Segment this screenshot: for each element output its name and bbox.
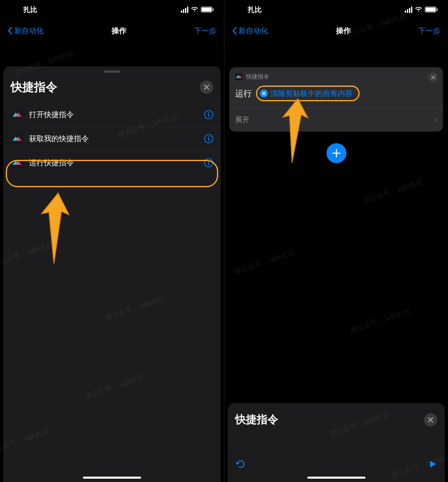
mini-sheet-title: 快捷指令 xyxy=(235,412,278,427)
status-right xyxy=(405,7,436,13)
watermark: @公众号：JaBi扎比 xyxy=(349,306,412,335)
expand-label: 展开 xyxy=(235,115,249,125)
run-prefix: 运行 xyxy=(235,88,252,99)
row-label: 获取我的快捷指令 xyxy=(29,134,198,144)
home-indicator[interactable] xyxy=(83,477,141,479)
phone-right: 扎比 新自动化 操作 下一步 快捷指令 运行 清除剪贴板中 xyxy=(224,0,448,482)
row-run-shortcut[interactable]: 运行快捷指令 xyxy=(3,151,221,175)
next-button[interactable]: 下一步 xyxy=(418,26,441,36)
row-label: 打开快捷指令 xyxy=(29,110,198,120)
signal-icon xyxy=(405,7,412,13)
row-label: 运行快捷指令 xyxy=(29,158,198,168)
nav-bar: 新自动化 操作 下一步 xyxy=(224,19,448,42)
sheet-grabber[interactable] xyxy=(104,71,120,73)
back-label: 新自动化 xyxy=(239,26,268,36)
info-icon[interactable] xyxy=(204,134,213,143)
status-bar: 扎比 xyxy=(0,0,224,19)
undo-icon[interactable] xyxy=(235,459,246,470)
shortcuts-app-icon xyxy=(11,132,23,145)
battery-icon xyxy=(425,7,436,12)
card-app-label: 快捷指令 xyxy=(246,73,269,81)
run-line: 运行 清除剪贴板中的所有内容 xyxy=(235,81,437,108)
info-icon[interactable] xyxy=(204,110,213,119)
status-carrier: 扎比 xyxy=(248,5,262,15)
svg-point-6 xyxy=(208,136,209,137)
card-close-button[interactable] xyxy=(428,72,438,82)
close-icon xyxy=(204,84,209,90)
svg-rect-11 xyxy=(208,162,209,165)
wifi-icon xyxy=(191,7,198,12)
status-carrier: 扎比 xyxy=(23,5,37,15)
play-icon[interactable] xyxy=(428,460,437,469)
phone-left: 扎比 新自动化 操作 下一步 快捷指令 打开快捷指令 获取我 xyxy=(0,0,224,482)
home-indicator[interactable] xyxy=(307,477,365,479)
expand-row[interactable]: 展开 › xyxy=(229,108,443,132)
back-label: 新自动化 xyxy=(14,26,44,36)
shortcuts-sheet: 快捷指令 打开快捷指令 获取我的快捷指令 运行快捷指令 xyxy=(3,66,221,482)
row-get-shortcuts[interactable]: 获取我的快捷指令 xyxy=(3,127,221,151)
token-clear-button[interactable] xyxy=(260,89,268,98)
close-button[interactable] xyxy=(200,81,213,94)
wifi-icon xyxy=(415,7,422,12)
watermark: @公众号：JaBi扎比 xyxy=(361,177,424,206)
card-header: 快捷指令 xyxy=(235,73,437,81)
chevron-left-icon xyxy=(232,27,237,35)
close-button[interactable] xyxy=(424,413,437,426)
chevron-right-icon: › xyxy=(434,114,437,125)
nav-bar: 新自动化 操作 下一步 xyxy=(0,19,224,42)
row-open-shortcut[interactable]: 打开快捷指令 xyxy=(3,103,221,127)
back-button[interactable]: 新自动化 xyxy=(232,26,268,36)
svg-point-2 xyxy=(208,112,209,113)
shortcuts-app-icon xyxy=(235,73,243,81)
sheet-title: 快捷指令 xyxy=(11,79,57,95)
close-icon xyxy=(262,91,266,95)
svg-rect-3 xyxy=(208,114,209,117)
back-button[interactable]: 新自动化 xyxy=(7,26,44,36)
plus-icon xyxy=(332,149,341,158)
shortcuts-mini-sheet: 快捷指令 xyxy=(228,403,445,482)
svg-rect-7 xyxy=(208,138,209,141)
status-right xyxy=(181,7,212,13)
shortcuts-app-icon xyxy=(11,108,23,121)
info-icon[interactable] xyxy=(204,158,213,167)
nav-title: 操作 xyxy=(112,26,127,36)
close-icon xyxy=(431,75,436,80)
status-bar: 扎比 xyxy=(224,0,448,19)
signal-icon xyxy=(181,7,188,13)
chevron-left-icon xyxy=(7,27,12,35)
battery-icon xyxy=(201,7,212,12)
watermark: @公众号：JaBi扎比 xyxy=(233,248,296,276)
close-icon xyxy=(428,417,433,423)
shortcut-token[interactable]: 清除剪贴板中的所有内容 xyxy=(256,86,360,101)
shortcuts-app-icon xyxy=(11,157,23,169)
action-card: 快捷指令 运行 清除剪贴板中的所有内容 展开 › xyxy=(229,67,443,132)
next-button[interactable]: 下一步 xyxy=(194,26,217,36)
add-action-button[interactable] xyxy=(326,143,346,163)
nav-title: 操作 xyxy=(336,26,351,36)
svg-point-10 xyxy=(208,160,209,161)
token-text: 清除剪贴板中的所有内容 xyxy=(270,88,353,98)
